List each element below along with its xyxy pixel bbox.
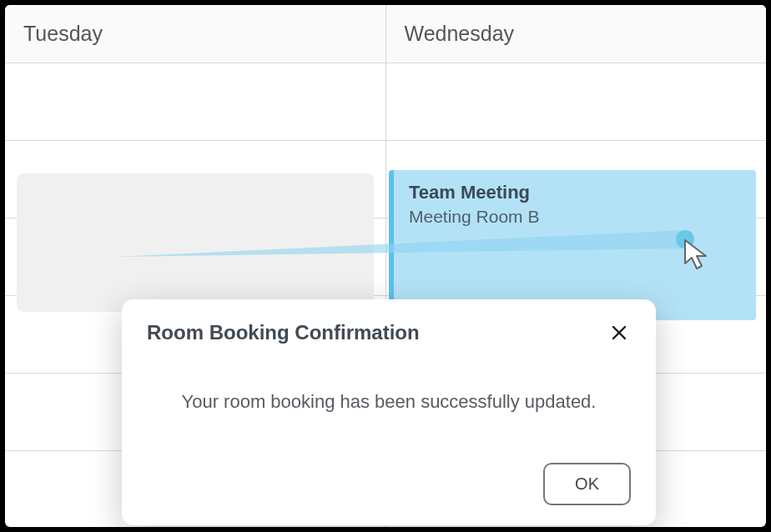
day-label: Wednesday [405,22,515,46]
dialog-header: Room Booking Confirmation [147,321,631,344]
calendar-canvas: Tuesday Wednesday [5,5,766,527]
calendar-header-row: Tuesday Wednesday [5,5,766,63]
day-header-wednesday: Wednesday [386,5,767,63]
calendar-event[interactable]: Team Meeting Meeting Room B [389,170,756,320]
confirmation-dialog: Room Booking Confirmation Your room book… [122,299,656,525]
event-room: Meeting Room B [409,207,741,227]
time-row [5,63,766,141]
grid-cell[interactable] [5,63,386,140]
close-button[interactable] [607,321,631,344]
drag-endpoint-icon [676,230,694,248]
dialog-footer: OK [147,463,631,505]
dialog-message: Your room booking has been successfully … [147,391,631,413]
ok-button[interactable]: OK [543,463,631,505]
close-icon [611,324,627,341]
event-title: Team Meeting [409,182,741,203]
grid-cell[interactable] [386,63,767,140]
day-label: Tuesday [23,22,103,46]
calendar-grid[interactable]: Team Meeting Meeting Room B Room Booking… [5,63,766,527]
app-frame: Tuesday Wednesday [0,0,771,532]
dialog-title: Room Booking Confirmation [147,321,420,344]
day-header-tuesday: Tuesday [5,5,386,63]
event-drag-ghost [17,173,374,312]
